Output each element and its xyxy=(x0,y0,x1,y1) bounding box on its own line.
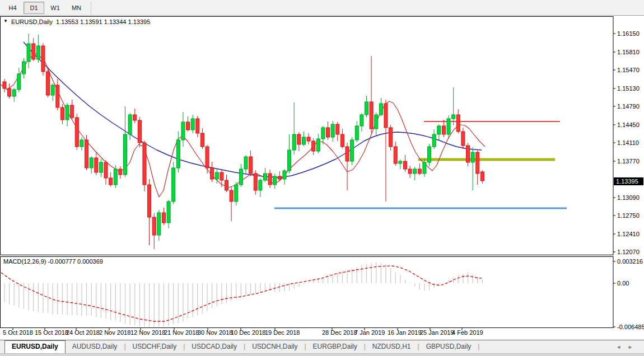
candle xyxy=(133,115,137,120)
candle xyxy=(225,180,228,190)
candle xyxy=(56,85,59,107)
candle xyxy=(41,46,45,72)
candle xyxy=(71,105,74,118)
candle xyxy=(235,185,238,202)
candle xyxy=(80,140,83,147)
timeframe-toolbar: H4 D1 W1 MN xyxy=(0,0,644,16)
candle xyxy=(176,140,180,168)
candle xyxy=(263,174,267,180)
candle xyxy=(99,162,102,172)
svg-text:0.003216: 0.003216 xyxy=(617,258,643,265)
svg-text:1.13770: 1.13770 xyxy=(617,158,640,165)
candle xyxy=(12,90,16,96)
chart-frames xyxy=(1,17,614,328)
svg-text:5 Oct 2018: 5 Oct 2018 xyxy=(3,329,33,336)
svg-text:25 Jan 2019: 25 Jan 2019 xyxy=(420,329,454,336)
candle xyxy=(346,147,349,161)
candle xyxy=(148,185,151,217)
candle xyxy=(379,104,382,115)
svg-text:1.14110: 1.14110 xyxy=(617,139,639,146)
status-strip xyxy=(0,353,644,356)
svg-text:1.13395: 1.13395 xyxy=(616,178,638,185)
timeframe-w1-button[interactable]: W1 xyxy=(45,2,66,14)
candle xyxy=(119,169,122,175)
candle xyxy=(8,88,11,96)
tab-usdcnh-daily[interactable]: USDCNH,Daily xyxy=(245,341,304,353)
candle xyxy=(196,119,199,133)
candle xyxy=(283,171,286,179)
trading-app-window: H4 D1 W1 MN 1.161501.158101.154701.15130… xyxy=(0,0,644,356)
tab-eurgbp-daily[interactable]: EURGBP,Daily xyxy=(306,341,364,353)
tab-eurusd-daily[interactable]: EURUSD,Daily xyxy=(4,340,66,353)
svg-text:2 Nov 2018: 2 Nov 2018 xyxy=(99,329,130,336)
candle xyxy=(375,115,378,129)
candle xyxy=(60,107,64,120)
candle xyxy=(480,172,484,181)
candle xyxy=(114,169,117,185)
svg-text:12 Nov 2018: 12 Nov 2018 xyxy=(130,329,165,336)
candle xyxy=(394,147,397,163)
svg-text:4 Feb 2019: 4 Feb 2019 xyxy=(452,329,483,336)
candle xyxy=(162,213,165,223)
candle xyxy=(95,158,98,172)
candle xyxy=(22,62,25,74)
tab-audusd-daily[interactable]: AUDUSD,Daily xyxy=(66,341,124,353)
candle xyxy=(365,102,368,115)
chart-dropdown-arrow-icon[interactable]: ▼ xyxy=(3,18,8,24)
timeframe-mn-button[interactable]: MN xyxy=(66,2,87,14)
candle xyxy=(172,168,175,202)
candle xyxy=(471,152,474,162)
candle xyxy=(90,158,93,168)
candle xyxy=(124,134,127,175)
candle xyxy=(254,174,257,190)
candle xyxy=(268,174,272,185)
candle xyxy=(384,104,388,128)
candle xyxy=(423,162,426,174)
candle xyxy=(109,178,113,185)
tab-scroll-arrows[interactable]: ◄► xyxy=(616,344,640,350)
timeframe-d1-button[interactable]: D1 xyxy=(24,2,44,14)
tab-scroll-right-icon[interactable]: ► xyxy=(628,344,640,350)
tab-usdcad-daily[interactable]: USDCAD,Daily xyxy=(185,341,244,353)
candle xyxy=(36,46,40,59)
candle xyxy=(461,132,465,146)
svg-text:16 Jan 2019: 16 Jan 2019 xyxy=(388,329,422,336)
svg-text:10 Dec 2018: 10 Dec 2018 xyxy=(231,329,265,336)
candle xyxy=(104,162,108,178)
chart-canvas[interactable]: 1.161501.158101.154701.151301.147901.144… xyxy=(0,16,644,340)
svg-text:19 Dec 2018: 19 Dec 2018 xyxy=(265,329,300,336)
svg-text:1.14790: 1.14790 xyxy=(617,103,640,110)
candle xyxy=(157,213,161,235)
svg-text:1.14450: 1.14450 xyxy=(617,121,640,128)
svg-text:0.00: 0.00 xyxy=(617,280,629,287)
candle xyxy=(418,169,421,174)
candle xyxy=(336,124,339,134)
candle xyxy=(331,124,334,137)
candle xyxy=(3,82,6,88)
macd-axis: 0.0032160.00-0.006485 xyxy=(613,258,644,330)
svg-text:-0.006485: -0.006485 xyxy=(617,324,644,330)
candle xyxy=(316,139,320,151)
tab-scroll-left-icon[interactable]: ◄ xyxy=(616,344,628,350)
timeframe-h4-button[interactable]: H4 xyxy=(2,2,23,14)
candle xyxy=(75,118,78,147)
candle xyxy=(27,44,30,62)
candle xyxy=(181,122,185,140)
svg-text:21 Nov 2018: 21 Nov 2018 xyxy=(164,329,199,336)
svg-text:1.13090: 1.13090 xyxy=(617,194,640,201)
candle xyxy=(273,176,277,185)
date-axis: 5 Oct 201815 Oct 201824 Oct 20182 Nov 20… xyxy=(3,328,483,336)
tab-gbpusd-daily[interactable]: GBPUSD,Daily xyxy=(419,341,478,353)
current-price-tag: 1.13395 xyxy=(614,177,643,185)
candle xyxy=(17,74,21,90)
candle xyxy=(152,217,156,235)
candle xyxy=(220,172,223,180)
candle xyxy=(447,119,450,134)
tab-usdchf-daily[interactable]: USDCHF,Daily xyxy=(126,341,184,353)
candle xyxy=(211,168,214,179)
candle xyxy=(32,44,35,59)
candle xyxy=(143,143,146,185)
svg-text:1.15130: 1.15130 xyxy=(617,85,640,92)
tab-nzdusd-h1[interactable]: NZDUSD,H1 xyxy=(366,341,418,353)
candle xyxy=(452,115,455,119)
